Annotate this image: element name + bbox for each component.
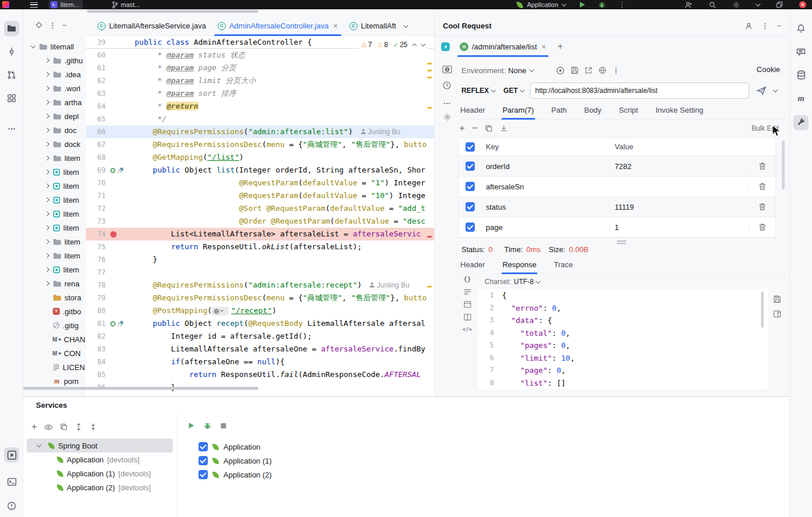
delete-row-icon[interactable] (759, 162, 766, 170)
param-value[interactable]: 1 (609, 223, 749, 232)
method-select[interactable]: GET (501, 87, 526, 95)
new-request-icon[interactable]: + (558, 41, 563, 52)
chevron-right-icon[interactable] (45, 114, 49, 119)
project-options-icon[interactable]: ⋮ (49, 21, 56, 30)
hide-panel-icon[interactable]: − (62, 21, 67, 30)
param-row[interactable]: page1 (459, 217, 775, 238)
param-row[interactable]: status11119 (459, 197, 775, 217)
tree-item[interactable]: mpom (23, 374, 86, 388)
code-line[interactable]: 84 if(aftersaleOne == null){ (86, 356, 434, 368)
history-icon[interactable] (442, 81, 452, 90)
main-menu-icon[interactable] (30, 0, 38, 9)
chevron-right-icon[interactable] (45, 58, 49, 63)
code-line[interactable]: 72 @Sort @RequestParam(defaultValue = "a… (86, 202, 434, 215)
code-line[interactable]: 61 * @param page 分页 (86, 62, 434, 74)
preview-icon[interactable] (464, 301, 471, 308)
code-line[interactable]: 82 Integer id = aftersale.getId(); (86, 330, 434, 343)
response-tab-trace[interactable]: Trace (553, 260, 574, 274)
service-tree-item[interactable]: Application (1)[devtools] (27, 466, 173, 480)
copy-icon[interactable] (60, 423, 68, 431)
export-icon[interactable] (584, 66, 593, 74)
next-problem-icon[interactable] (421, 41, 425, 46)
account-icon[interactable] (745, 22, 753, 30)
stripe-warning-tick[interactable] (427, 107, 432, 109)
vcs-branch-widget[interactable]: mast... (111, 0, 140, 9)
more-tool-windows-icon[interactable]: ⋯ (4, 121, 19, 136)
invoker-select[interactable]: REFLEX (459, 87, 497, 95)
code-line[interactable]: 79 @RequiresPermissionsDesc(menu = {"商城管… (86, 292, 434, 304)
service-tree-item[interactable]: Application (2)[devtools] (27, 480, 173, 494)
param-key[interactable]: status (482, 203, 609, 211)
code-line[interactable]: 77 (86, 266, 434, 279)
tree-item[interactable]: litem (23, 193, 86, 207)
param-key[interactable]: aftersaleSn (482, 182, 609, 191)
param-row[interactable]: aftersaleSn (459, 177, 775, 197)
tree-item[interactable]: .idea (23, 67, 86, 81)
breakpoint-icon[interactable] (110, 231, 117, 238)
chevron-right-icon[interactable] (45, 267, 49, 272)
editor-tab[interactable]: CAdminAftersaleController.java× (212, 16, 344, 35)
url-inlay-chip[interactable] (212, 307, 229, 315)
code-line[interactable]: 76 } (86, 253, 434, 266)
chevron-right-icon[interactable] (45, 253, 49, 258)
commit-tool-icon[interactable] (4, 44, 19, 59)
code-line[interactable]: 65 */ (86, 113, 434, 125)
tree-item[interactable]: depl (23, 109, 86, 123)
code-line[interactable]: 78 @RequiresPermissions("admin:aftersale… (86, 279, 434, 292)
tree-item[interactable]: .gitig (23, 318, 86, 332)
response-tab-response[interactable]: Response (501, 260, 538, 274)
stripe-warning-tick[interactable] (427, 70, 432, 71)
service-checkbox[interactable] (199, 470, 208, 479)
chevron-right-icon[interactable] (45, 184, 49, 188)
plugin-settings-icon[interactable] (443, 113, 452, 121)
chevron-right-icon[interactable] (45, 211, 49, 216)
code-line[interactable]: 69 public Object list(Integer orderId, S… (86, 164, 434, 177)
response-json-viewer[interactable]: 1{2 "errno": 0,3 "data": {4 "total": 0,5… (478, 289, 768, 389)
add-service-icon[interactable]: + (31, 421, 37, 433)
response-scrollbar[interactable] (761, 292, 764, 328)
chevron-right-icon[interactable] (45, 72, 49, 77)
chevron-right-icon[interactable] (45, 239, 49, 244)
search-icon[interactable] (709, 1, 716, 9)
stop-service-icon[interactable] (220, 422, 227, 429)
close-tab-icon[interactable]: × (542, 42, 546, 51)
api-endpoint-icon[interactable] (110, 321, 116, 326)
editor-tab[interactable]: CLitemallAftersaleService.java (92, 16, 212, 35)
tree-item[interactable]: litem (23, 151, 86, 165)
raw-code-icon[interactable]: </> (463, 326, 472, 332)
splitter-drag-handle[interactable] (617, 240, 626, 244)
debug-service-icon[interactable] (203, 421, 212, 430)
send-options-icon[interactable] (773, 88, 778, 92)
remove-param-icon[interactable]: − (472, 123, 478, 134)
code-line[interactable]: 62 * @param limit 分页大小 (86, 74, 434, 87)
chevron-down-icon[interactable] (37, 443, 41, 447)
panel-options-icon[interactable]: ⋮ (761, 21, 768, 30)
param-checkbox[interactable] (465, 222, 475, 232)
code-line[interactable]: 74 List<LitemallAftersale> aftersaleList… (86, 228, 434, 240)
url-input[interactable] (530, 82, 749, 99)
editor-horizontal-scrollbar[interactable] (23, 387, 258, 390)
maven-icon[interactable]: m (793, 91, 809, 106)
collapse-all-icon[interactable] (89, 423, 97, 431)
environment-value[interactable]: None (508, 66, 526, 75)
request-tab-header[interactable]: Header (459, 106, 486, 119)
delete-row-icon[interactable] (759, 223, 766, 231)
code-line[interactable]: 85 return ResponseUtil.fail(AdminRespons… (86, 368, 434, 381)
add-param-icon[interactable]: + (459, 123, 465, 134)
cool-request-endpoint-icon[interactable] (117, 320, 124, 327)
hide-panel-icon[interactable]: − (777, 21, 781, 30)
split-view-icon[interactable] (464, 314, 471, 321)
wrap-lines-icon[interactable] (464, 289, 471, 295)
more-actions-icon[interactable]: ⋮ (619, 1, 626, 9)
notifications-icon[interactable] (793, 21, 809, 36)
tree-item[interactable]: litem (23, 207, 86, 221)
service-tree-item[interactable]: Application[devtools] (27, 453, 173, 466)
tree-item[interactable]: stora (23, 290, 86, 304)
chevron-right-icon[interactable] (45, 170, 49, 174)
param-key[interactable]: orderId (482, 162, 609, 171)
cookie-link[interactable]: Cookie (757, 65, 780, 74)
tree-item[interactable]: litem (23, 221, 86, 235)
request-tab-script[interactable]: Script (618, 106, 639, 119)
pull-requests-icon[interactable] (4, 67, 19, 82)
more-icon[interactable]: … (443, 97, 451, 106)
